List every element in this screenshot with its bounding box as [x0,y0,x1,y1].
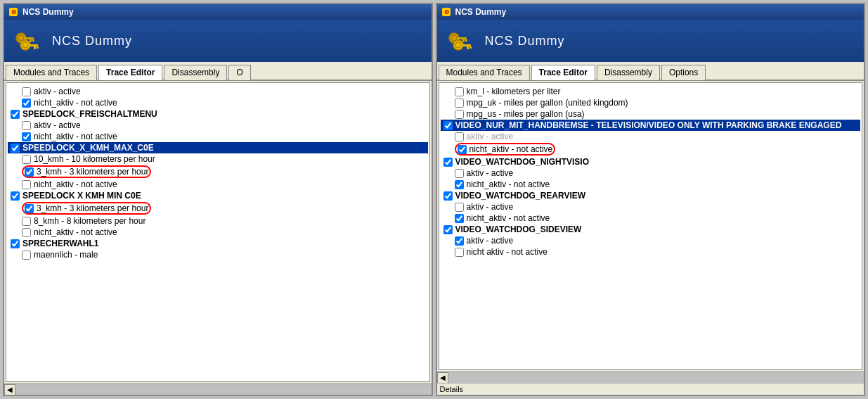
list-item: aktiv - active [8,86,428,97]
svg-rect-16 [457,37,467,39]
item-label: SPEEDLOCK X KMH MIN C0E [22,191,141,201]
left-window: ⚙ NCS Dummy NCS Dummy Modules and Traces… [3,3,433,396]
right-tab-trace-editor[interactable]: Trace Editor [531,65,595,80]
svg-rect-23 [469,46,472,49]
list-item: mpg_us - miles per gallon (usa) [441,108,861,120]
right-header: NCS Dummy [437,20,864,62]
checkbox[interactable] [22,228,31,237]
list-item: mpg_uk - miles per gallon (united kingdo… [441,97,861,108]
scroll-track[interactable] [15,384,432,395]
right-title-bar: ⚙ NCS Dummy [437,4,864,20]
list-item: nicht_aktiv - not active [441,179,861,190]
item-label: aktiv - active [34,120,81,130]
list-item: VIDEO_WATCHDOG_REARVIEW [441,190,861,201]
checkbox[interactable] [22,87,31,96]
item-label: SPRECHERWAHL1 [22,239,98,248]
right-content[interactable]: km_l - kilometers per liter mpg_uk - mil… [439,82,863,370]
checkbox[interactable] [455,180,464,189]
checkbox[interactable] [25,204,34,213]
checkbox[interactable] [11,110,20,119]
checkbox[interactable] [22,217,31,226]
svg-rect-9 [28,44,38,46]
list-item: maennlich - male [8,249,428,260]
list-item-selected[interactable]: VIDEO_NUR_MIT_HANDBREMSE - TELEVISION/VI… [441,120,861,131]
item-label: aktiv - active [467,168,514,178]
checkbox[interactable] [455,132,464,141]
list-item: VIDEO_WATCHDOG_SIDEVIEW [441,224,861,235]
checkbox[interactable] [443,191,453,201]
left-title-bar: ⚙ NCS Dummy [4,4,432,20]
checkbox[interactable] [455,110,464,119]
checkbox[interactable] [443,225,453,234]
list-item: nicht_aktiv - not active [8,179,428,190]
checkbox[interactable] [22,121,31,130]
item-label: aktiv - active [467,236,514,246]
list-item: nicht_aktiv - not active [8,97,428,108]
right-tab-disassembly[interactable]: Disassembly [597,65,660,80]
checkbox[interactable] [11,191,20,201]
list-item-outlined-right: nicht_aktiv - not active [441,142,861,156]
checkbox[interactable] [22,132,31,141]
right-window-title: NCS Dummy [455,7,507,17]
red-outline-right: nicht_aktiv - not active [455,143,556,156]
item-label: VIDEO_WATCHDOG_NIGHTVISIO [455,157,589,167]
checkbox[interactable] [11,239,20,248]
list-item: aktiv - active [441,201,861,213]
item-label: nicht aktiv - not active [467,247,548,257]
checkbox[interactable] [455,87,464,96]
item-label: SPEEDLOCK_FREISCHALTMENU [22,109,157,119]
checkbox[interactable] [22,99,31,108]
right-scroll-track[interactable] [448,372,864,384]
left-tab-trace-editor[interactable]: Trace Editor [98,65,162,80]
list-item[interactable]: SPEEDLOCK_X_KMH_MAX_C0E [8,142,428,153]
list-item: aktiv - active [441,167,861,179]
left-tab-disassembly[interactable]: Disassembly [164,65,227,80]
svg-rect-11 [37,46,39,49]
list-item: nicht_aktiv - not active [441,213,861,224]
list-item: aktiv - active [441,235,861,246]
checkbox[interactable] [443,121,453,130]
right-tab-options[interactable]: Options [661,65,706,80]
left-tab-bar: Modules and Traces Trace Editor Disassem… [4,62,432,81]
checkbox[interactable] [455,236,464,246]
checkbox[interactable] [443,158,453,167]
right-tab-modules[interactable]: Modules and Traces [439,65,530,80]
list-item: nicht_aktiv - not active [8,227,428,238]
item-label: mpg_uk - miles per gallon (united kingdo… [467,98,628,108]
red-outline-2: 3_kmh - 3 kilometers per hour [22,202,151,215]
checkbox[interactable] [458,145,467,154]
checkbox[interactable] [455,214,464,223]
checkbox[interactable] [455,203,464,212]
svg-rect-4 [24,37,34,39]
checkbox[interactable] [22,251,31,260]
checkbox[interactable] [22,155,31,164]
item-label: VIDEO_NUR_MIT_HANDBREMSE - TELEVISION/VI… [455,120,842,130]
svg-text:⚙: ⚙ [11,9,16,15]
details-label: Details [437,383,864,395]
svg-rect-5 [30,39,32,42]
checkbox[interactable] [22,180,31,189]
item-label: VIDEO_WATCHDOG_REARVIEW [455,191,586,201]
right-scrollbar[interactable]: ◀ [437,372,864,383]
list-item-outlined-1: 3_kmh - 3 kilometers per hour [8,165,428,179]
item-label: nicht_aktiv - not active [34,132,117,141]
scroll-left-btn[interactable]: ◀ [4,384,15,395]
right-scroll-left-btn[interactable]: ◀ [437,372,448,384]
left-header-title: NCS Dummy [52,34,132,49]
left-tab-other[interactable]: O [228,65,250,80]
checkbox[interactable] [455,248,464,257]
item-label: aktiv - active [34,87,81,96]
item-label: nicht_aktiv - not active [34,179,117,189]
svg-rect-22 [467,46,469,49]
left-window-title: NCS Dummy [22,7,74,17]
left-scrollbar[interactable]: ◀ [4,384,432,395]
checkbox[interactable] [11,144,20,153]
checkbox[interactable] [25,167,34,177]
right-header-title: NCS Dummy [485,34,565,49]
item-label: nicht_aktiv - not active [34,227,117,237]
left-tab-modules[interactable]: Modules and Traces [6,65,97,80]
list-item: aktiv - active [8,120,428,131]
left-content[interactable]: aktiv - active nicht_aktiv - not active … [6,82,430,382]
checkbox[interactable] [455,169,464,178]
checkbox[interactable] [455,99,464,108]
